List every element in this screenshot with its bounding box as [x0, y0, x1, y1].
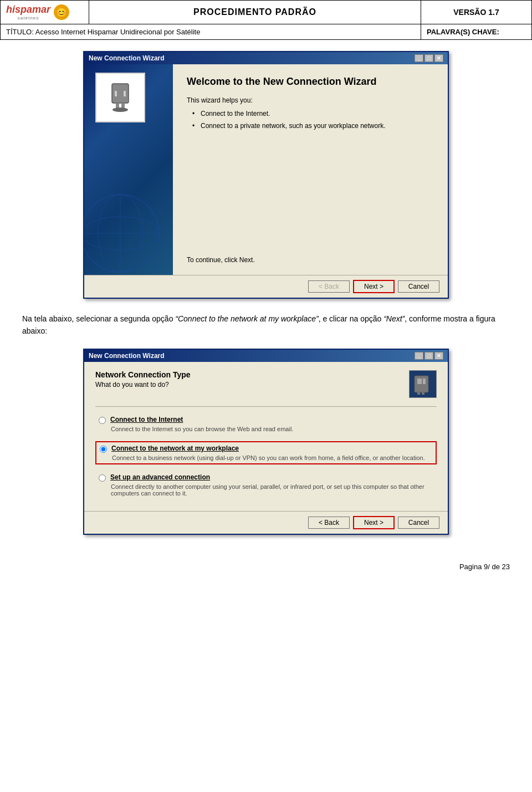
radio-option-3-content: Set up an advanced connection	[110, 473, 210, 481]
wizard1-image	[95, 73, 145, 122]
radio-option-3-title: Set up an advanced connection	[110, 473, 210, 481]
bullet-item-2: Connect to a private network, such as yo…	[192, 122, 434, 130]
radio-option-3-desc: Connect directly to another computer usi…	[111, 483, 433, 497]
wizard2-cancel-button[interactable]: Cancel	[398, 517, 439, 529]
wizard1-titlebar: New Connection Wizard _ □ ✕	[84, 52, 448, 64]
radio-option-2-title: Connect to the network at my workplace	[111, 444, 239, 452]
wizard2-back-button[interactable]: < Back	[308, 517, 350, 529]
page-number: Pagina 9/ de 23	[459, 563, 510, 571]
radio-option-1-content: Connect to the Internet	[110, 416, 183, 423]
wizard2-footer: < Back Next > Cancel	[84, 511, 448, 534]
logo-sub: satélites	[6, 16, 50, 21]
wizard2-title: New Connection Wizard	[89, 352, 165, 360]
radio-option-3: Set up an advanced connection Connect di…	[95, 471, 437, 499]
paragraph-text2: , e clicar na opção	[319, 314, 384, 323]
header-keyword: PALAVRA(S) CHAVE:	[421, 24, 532, 40]
wizard2-header-section: Network Connection Type What do you want…	[95, 370, 437, 398]
paragraph-italic1: “Connect to the network at my workplace”	[175, 314, 318, 323]
wizard1-left-panel	[84, 64, 173, 275]
wizard2-section-subtitle: What do you want to do?	[95, 381, 191, 389]
wizard2-body: Network Connection Type What do you want…	[84, 362, 448, 511]
svg-rect-14	[417, 392, 420, 395]
maximize-button[interactable]: □	[424, 54, 433, 62]
wizard1-next-button[interactable]: Next >	[353, 280, 395, 293]
wizard2-minimize-button[interactable]: _	[415, 352, 423, 360]
wizard1-dialog: New Connection Wizard _ □ ✕	[83, 51, 449, 299]
wizard2-maximize-button[interactable]: □	[424, 352, 433, 360]
wizard2-titlebar: New Connection Wizard _ □ ✕	[84, 350, 448, 362]
minimize-button[interactable]: _	[415, 54, 423, 62]
svg-rect-4	[124, 91, 126, 96]
header-subtitle: TÍTULO: Acesso Internet Hispamar Unidire…	[1, 24, 421, 40]
wizard2-divider	[95, 406, 437, 407]
wizard2-next-button[interactable]: Next >	[353, 516, 395, 529]
wizard1-welcome-title: Welcome to the New Connection Wizard	[187, 75, 434, 88]
radio-input-1[interactable]	[99, 417, 106, 424]
radio-option-2-label[interactable]: Connect to the network at my workplace	[100, 444, 432, 453]
radio-option-2-content: Connect to the network at my workplace	[111, 444, 239, 452]
svg-rect-13	[423, 379, 426, 384]
logo-icon: 😊	[54, 4, 69, 20]
radio-input-3[interactable]	[99, 474, 106, 482]
logo-text: hispamar	[6, 4, 50, 15]
wizard1-cancel-button[interactable]: Cancel	[398, 280, 439, 293]
radio-option-1: Connect to the Internet Connect to the I…	[95, 413, 437, 435]
wizard1-right-panel: Welcome to the New Connection Wizard Thi…	[173, 64, 448, 275]
close-button[interactable]: ✕	[434, 54, 443, 62]
paragraph-text1: Na tela abaixo, selecionar a segunda opç…	[22, 314, 175, 323]
wizard1-continue-text: To continue, click Next.	[187, 245, 434, 264]
wizard2-close-button[interactable]: ✕	[434, 352, 443, 360]
wizard2-section-title: Network Connection Type	[95, 370, 191, 379]
network-icon	[412, 373, 434, 395]
wizard1-back-button[interactable]: < Back	[308, 280, 350, 293]
paragraph-italic2: “Next”	[383, 314, 405, 323]
radio-option-2: Connect to the network at my workplace C…	[95, 441, 437, 464]
radio-option-2-desc: Connect to a business network (using dia…	[112, 454, 432, 461]
titlebar-buttons: _ □ ✕	[415, 54, 443, 62]
svg-rect-3	[115, 91, 117, 96]
wizard2-dialog: New Connection Wizard _ □ ✕ Network Conn…	[83, 349, 449, 535]
wizard2-header-text: Network Connection Type What do you want…	[95, 370, 191, 389]
svg-rect-0	[112, 84, 129, 103]
main-content: New Connection Wizard _ □ ✕	[0, 40, 532, 546]
logo-container: hispamar satélites 😊	[6, 4, 83, 21]
header-title: PROCEDIMENTO PADRÃO	[89, 1, 421, 24]
wizard1-body: Welcome to the New Connection Wizard Thi…	[84, 64, 448, 275]
page-footer: Pagina 9/ de 23	[0, 557, 532, 576]
radio-option-3-label[interactable]: Set up an advanced connection	[99, 473, 433, 482]
radio-option-1-desc: Connect to the Internet so you can brows…	[111, 426, 433, 432]
wizard1-bullet-list: Connect to the Internet. Connect to a pr…	[192, 110, 434, 134]
wizard1-title: New Connection Wizard	[89, 54, 165, 62]
radio-input-2[interactable]	[100, 446, 107, 453]
radio-option-1-label[interactable]: Connect to the Internet	[99, 416, 433, 424]
globe-icon	[84, 192, 162, 275]
network-plug-icon	[104, 81, 137, 114]
svg-point-5	[112, 108, 128, 112]
bullet-item-1: Connect to the Internet.	[192, 110, 434, 117]
svg-rect-15	[422, 392, 424, 395]
wizard1-right-inner: Welcome to the New Connection Wizard Thi…	[187, 75, 434, 264]
header-version: VERSÃO 1.7	[421, 1, 532, 24]
logo-cell: hispamar satélites 😊	[1, 1, 89, 24]
wizard1-footer: < Back Next > Cancel	[84, 275, 448, 298]
wizard2-header-icon	[409, 370, 437, 398]
header-table: hispamar satélites 😊 PROCEDIMENTO PADRÃO…	[0, 0, 532, 40]
wizard1-subtitle: This wizard helps you:	[187, 96, 434, 104]
radio-option-1-title: Connect to the Internet	[110, 416, 183, 423]
instruction-paragraph: Na tela abaixo, selecionar a segunda opç…	[22, 313, 510, 338]
svg-rect-12	[417, 379, 422, 384]
wizard2-titlebar-buttons: _ □ ✕	[415, 352, 443, 360]
